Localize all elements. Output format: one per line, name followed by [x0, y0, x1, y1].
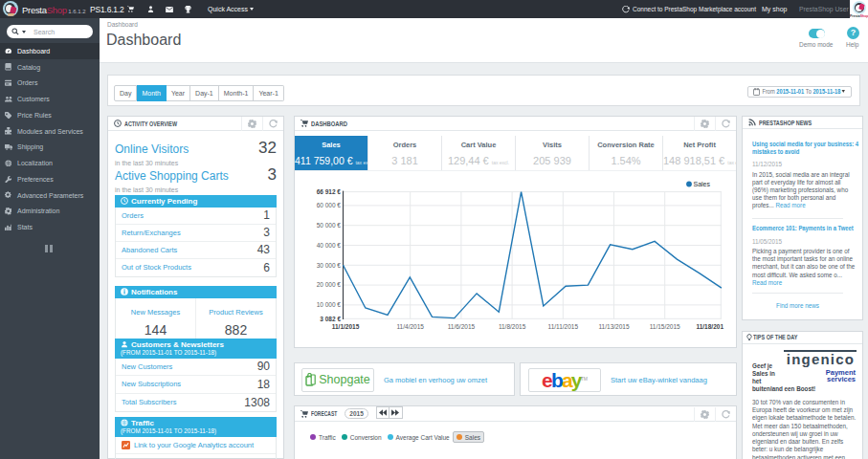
svg-text:11/6/2015: 11/6/2015	[448, 323, 476, 330]
svg-text:11/13/2015: 11/13/2015	[598, 323, 629, 330]
svg-text:66 912 €: 66 912 €	[317, 188, 342, 195]
svg-text:11/8/2015: 11/8/2015	[499, 323, 526, 330]
svg-text:50 000 €: 50 000 €	[317, 222, 342, 229]
svg-text:3 082 €: 3 082 €	[320, 316, 341, 322]
svg-text:11/18/201: 11/18/201	[696, 323, 723, 330]
svg-text:11/4/2015: 11/4/2015	[396, 323, 424, 330]
svg-text:11/1/2015: 11/1/2015	[332, 323, 360, 330]
svg-text:60 000 €: 60 000 €	[317, 202, 342, 208]
svg-text:11/11/2015: 11/11/2015	[548, 323, 579, 330]
svg-text:10 000 €: 10 000 €	[317, 301, 342, 308]
svg-text:20 000 €: 20 000 €	[317, 281, 342, 288]
svg-text:11/15/2015: 11/15/2015	[650, 323, 680, 330]
svg-text:40 000 €: 40 000 €	[317, 242, 342, 249]
svg-text:Sales: Sales	[694, 181, 711, 187]
svg-text:30 000 €: 30 000 €	[317, 262, 342, 269]
